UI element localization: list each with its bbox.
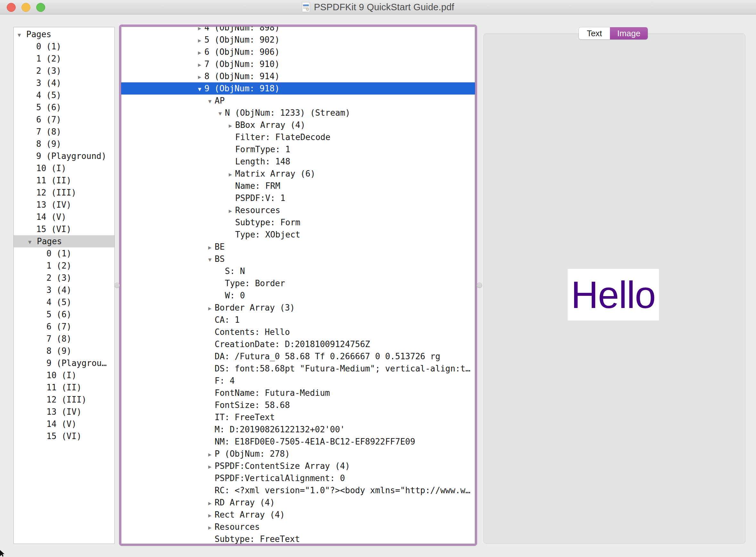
outline-row[interactable]: F: 4	[121, 375, 475, 387]
outline-row[interactable]: ▶Matrix Array (6)	[121, 168, 475, 180]
outline-row[interactable]: ▶PSPDF:ContentSize Array (4)	[121, 460, 475, 472]
sidebar-page-item[interactable]: 1 (2)	[14, 260, 114, 272]
disclosure-closed-icon[interactable]: ▶	[198, 47, 204, 58]
outline-row[interactable]: FormType: 1	[121, 143, 475, 155]
sidebar-page-item[interactable]: 2 (3)	[14, 65, 114, 77]
outline-row[interactable]: ▶5 (ObjNum: 902)	[121, 34, 475, 46]
sidebar-page-item[interactable]: 5 (6)	[14, 308, 114, 321]
pages-sidebar[interactable]: ▼Pages0 (1)1 (2)2 (3)3 (4)4 (5)5 (6)6 (7…	[13, 27, 115, 544]
sidebar-page-item[interactable]: 2 (3)	[14, 272, 114, 284]
outline-row[interactable]: ▶Rect Array (4)	[121, 508, 475, 521]
sidebar-page-item[interactable]: 9 (Playgrou…	[14, 357, 114, 369]
sidebar-page-item[interactable]: 13 (IV)	[14, 406, 114, 418]
sidebar-page-item[interactable]: 10 (I)	[14, 162, 114, 174]
sidebar-page-item[interactable]: 6 (7)	[14, 113, 114, 126]
disclosure-closed-icon[interactable]: ▶	[208, 497, 215, 508]
outline-row[interactable]: S: N	[121, 265, 475, 277]
sidebar-page-item[interactable]: 11 (II)	[14, 381, 114, 393]
outline-row[interactable]: ▼N (ObjNum: 1233) (Stream)	[121, 107, 475, 119]
outline-row[interactable]: DS: font:58.68pt "Futura-Medium"; vertic…	[121, 362, 475, 375]
outline-row[interactable]: Subtype: FreeText	[121, 533, 475, 545]
sidebar-page-item[interactable]: 10 (I)	[14, 369, 114, 381]
chevron-down-icon[interactable]: ▼	[18, 29, 26, 40]
disclosure-closed-icon[interactable]: ▶	[198, 34, 204, 46]
outline-row[interactable]: ▶4 (ObjNum: 898)	[121, 25, 475, 34]
sidebar-page-item[interactable]: 14 (V)	[14, 418, 114, 430]
outline-row[interactable]: ▼9 (ObjNum: 918)	[121, 82, 475, 94]
split-divider-handle-right[interactable]	[477, 283, 482, 288]
outline-row[interactable]: ▶Border Array (3)	[121, 301, 475, 314]
disclosure-closed-icon[interactable]: ▶	[229, 168, 235, 180]
outline-row[interactable]: ▶BBox Array (4)	[121, 119, 475, 131]
outline-row[interactable]: FontSize: 58.68	[121, 399, 475, 411]
outline-row[interactable]: ▶6 (ObjNum: 906)	[121, 46, 475, 58]
outline-row[interactable]: ▶Resources	[121, 204, 475, 216]
chevron-down-icon[interactable]: ▼	[28, 236, 37, 247]
disclosure-open-icon[interactable]: ▼	[198, 83, 204, 94]
disclosure-closed-icon[interactable]: ▶	[229, 205, 235, 216]
outline-row[interactable]: Contents: Hello	[121, 326, 475, 338]
outline-row[interactable]: ▶7 (ObjNum: 910)	[121, 58, 475, 70]
outline-row[interactable]: Name: FRM	[121, 180, 475, 192]
outline-row[interactable]: ▼AP	[121, 94, 475, 107]
outline-row[interactable]: PSPDF:VerticalAlignment: 0	[121, 472, 475, 484]
outline-row[interactable]: CreationDate: D:20181009124756Z	[121, 338, 475, 350]
outline-row[interactable]: ▼BS	[121, 253, 475, 265]
sidebar-page-item[interactable]: 12 (III)	[14, 186, 114, 199]
sidebar-page-item[interactable]: 15 (VI)	[14, 223, 114, 235]
outline-row[interactable]: ▶BE	[121, 241, 475, 253]
disclosure-closed-icon[interactable]: ▶	[208, 461, 215, 472]
outline-row[interactable]: Type: Border	[121, 277, 475, 289]
sidebar-page-item[interactable]: 4 (5)	[14, 89, 114, 101]
sidebar-page-item[interactable]: 8 (9)	[14, 345, 114, 357]
sidebar-page-item[interactable]: 0 (1)	[14, 40, 114, 53]
disclosure-closed-icon[interactable]: ▶	[208, 241, 215, 253]
sidebar-page-item[interactable]: 11 (II)	[14, 174, 114, 186]
disclosure-open-icon[interactable]: ▼	[208, 254, 215, 265]
disclosure-open-icon[interactable]: ▼	[208, 95, 215, 107]
tab-text[interactable]: Text	[579, 27, 610, 39]
sidebar-page-item[interactable]: 4 (5)	[14, 296, 114, 308]
outline-row[interactable]: ▶8 (ObjNum: 914)	[121, 70, 475, 82]
sidebar-page-item[interactable]: 14 (V)	[14, 211, 114, 223]
disclosure-closed-icon[interactable]: ▶	[198, 71, 204, 82]
sidebar-page-item[interactable]: 12 (III)	[14, 393, 114, 406]
outline-row[interactable]: Subtype: Form	[121, 216, 475, 229]
outline-row[interactable]: W: 0	[121, 289, 475, 301]
outline-row[interactable]: NM: E18FD0E0-7505-4E1A-BC12-EF8922FF7E09	[121, 436, 475, 448]
sidebar-page-item[interactable]: 7 (8)	[14, 333, 114, 345]
disclosure-open-icon[interactable]: ▼	[218, 107, 225, 119]
sidebar-page-item[interactable]: 3 (4)	[14, 284, 114, 296]
disclosure-closed-icon[interactable]: ▶	[198, 25, 204, 34]
outline-row[interactable]: CA: 1	[121, 314, 475, 326]
outline-row[interactable]: FontName: Futura-Medium	[121, 387, 475, 399]
sidebar-page-item[interactable]: 6 (7)	[14, 321, 114, 333]
sidebar-page-item[interactable]: 9 (Playground)	[14, 150, 114, 162]
disclosure-closed-icon[interactable]: ▶	[208, 448, 215, 460]
outline-row[interactable]: ▶RD Array (4)	[121, 496, 475, 508]
sidebar-page-item[interactable]: 3 (4)	[14, 77, 114, 89]
sidebar-page-item[interactable]: 13 (IV)	[14, 199, 114, 211]
outline-row[interactable]: Filter: FlateDecode	[121, 131, 475, 143]
disclosure-closed-icon[interactable]: ▶	[208, 521, 215, 533]
outline-row[interactable]: ▶Resources	[121, 521, 475, 533]
outline-row[interactable]: PSPDF:V: 1	[121, 192, 475, 204]
outline-row[interactable]: Type: XObject	[121, 229, 475, 241]
sidebar-page-item[interactable]: 7 (8)	[14, 126, 114, 138]
sidebar-page-item[interactable]: 15 (VI)	[14, 430, 114, 442]
split-divider-handle-left[interactable]	[114, 283, 120, 288]
outline-row[interactable]: Length: 148	[121, 155, 475, 168]
disclosure-closed-icon[interactable]: ▶	[229, 120, 235, 131]
pdf-object-tree-panel[interactable]: ▶4 (ObjNum: 898)▶5 (ObjNum: 902)▶6 (ObjN…	[119, 25, 477, 546]
outline-row[interactable]: IT: FreeText	[121, 411, 475, 423]
sidebar-tree-header[interactable]: ▼Pages	[14, 28, 114, 40]
outline-row[interactable]: ▶P (ObjNum: 278)	[121, 448, 475, 460]
sidebar-page-item[interactable]: 8 (9)	[14, 138, 114, 150]
tab-image[interactable]: Image	[610, 27, 648, 39]
sidebar-page-item[interactable]: 0 (1)	[14, 247, 114, 260]
disclosure-closed-icon[interactable]: ▶	[208, 302, 215, 314]
sidebar-page-item[interactable]: 1 (2)	[14, 53, 114, 65]
disclosure-closed-icon[interactable]: ▶	[208, 509, 215, 521]
sidebar-page-item[interactable]: 5 (6)	[14, 101, 114, 113]
outline-row[interactable]: M: D:20190826122132+02'00'	[121, 423, 475, 436]
